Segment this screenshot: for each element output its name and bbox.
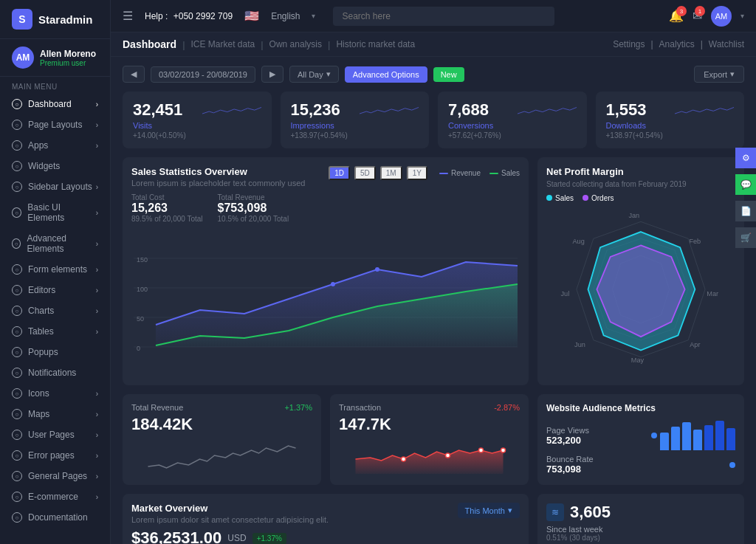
svg-point-25 [479, 448, 484, 452]
panel-chat-button[interactable]: 💬 [735, 174, 756, 195]
subheader-left: Dashboard | ICE Market data | Own analys… [123, 38, 415, 50]
logo-text: Staradmin [38, 13, 92, 26]
settings-link[interactable]: Settings [613, 39, 645, 49]
advanced-options-button[interactable]: Advanced Options [345, 66, 427, 83]
user-avatar-topbar[interactable]: AM [711, 6, 732, 27]
sidebar-item-apps[interactable]: ○ Apps › [0, 135, 110, 156]
stat-card-impressions: 15,236 Impressions +138.97(+0.54%) [281, 92, 430, 148]
sidebar-user: AM Allen Moreno Premium user [0, 39, 110, 77]
svg-text:Feb: Feb [689, 238, 701, 245]
date-next-button[interactable]: ▶ [261, 66, 284, 83]
filterbar: ◀ 03/02/2019 - 20/08/2019 ▶ All Day ▾ Ad… [123, 66, 744, 83]
sidebar-item-icons[interactable]: ○ Icons › [0, 383, 110, 404]
search-container [333, 7, 554, 26]
subheader-link-2[interactable]: Historic market data [336, 39, 415, 49]
topbar: ☰ Help : +050 2992 709 🇺🇸 English ▾ 🔔 3 … [111, 0, 756, 32]
sidebar-item-charts[interactable]: ○ Charts › [0, 300, 110, 321]
sidebar-item-sidebar-layouts[interactable]: ○ Sidebar Layouts › [0, 176, 110, 197]
messages-button[interactable]: ✉ 1 [693, 9, 702, 23]
sidebar-item-general-pages[interactable]: ○ General Pages › [0, 466, 110, 486]
sidebar-item-error-pages[interactable]: ○ Error pages › [0, 445, 110, 466]
panel-file-button[interactable]: 📄 [735, 201, 756, 221]
chart-legend: Revenue Sales [439, 169, 520, 177]
transaction-label: Transaction [339, 403, 381, 412]
svg-point-24 [446, 453, 450, 458]
svg-text:0: 0 [137, 345, 140, 352]
time-filter-1y[interactable]: 1Y [407, 166, 427, 180]
user-name: Allen Moreno [40, 49, 96, 59]
radar-title: Net Profit Margin [546, 166, 735, 177]
audience-bar-chart [660, 421, 735, 450]
sidebar-item-widgets[interactable]: ○ Widgets [0, 156, 110, 176]
svg-text:Mar: Mar [707, 290, 718, 297]
content-area: ◀ 03/02/2019 - 20/08/2019 ▶ All Day ▾ Ad… [111, 57, 756, 544]
export-button[interactable]: Export ▾ [694, 66, 744, 83]
svg-point-8 [331, 282, 335, 286]
all-day-button[interactable]: All Day ▾ [289, 66, 339, 83]
notifications-button[interactable]: 🔔 3 [669, 9, 684, 23]
svg-text:May: May [631, 357, 645, 364]
sidebar-item-editors[interactable]: ○ Editors › [0, 280, 110, 300]
new-button[interactable]: New [433, 67, 464, 82]
time-filter-5d[interactable]: 5D [354, 166, 376, 180]
analytics-link[interactable]: Analytics [659, 39, 695, 49]
market-currency: USD [227, 533, 246, 543]
svg-point-26 [501, 448, 506, 452]
stat-card-conversions: 7,688 Conversions +57.62(+0.76%) [438, 92, 587, 148]
market-card: Market Overview Lorem ipsum dolor sit am… [123, 494, 529, 544]
svg-text:100: 100 [137, 286, 148, 293]
panel-settings-button[interactable]: ⚙ [735, 148, 756, 168]
stat-cards: 32,451 Visits +14.00(+0.50%) 15,236 Impr… [123, 92, 744, 148]
subheader-link-1[interactable]: Own analysis [269, 39, 322, 49]
revenue-change: +1.37% [284, 403, 312, 412]
market-value: $36,2531.00 [131, 528, 221, 544]
radar-chart-card: Net Profit Margin Started collecting dat… [537, 157, 744, 385]
total-revenue-label: Total Revenue [131, 403, 183, 412]
transaction-value: 147.7K [339, 415, 520, 434]
sidebar-item-popups[interactable]: ○ Popups [0, 342, 110, 362]
sidebar-item-user-pages[interactable]: ○ User Pages › [0, 424, 110, 445]
language-selector[interactable]: English [271, 11, 300, 21]
page-title: Dashboard [123, 38, 176, 50]
gauge-icon: ≋ [546, 503, 564, 521]
svg-text:Jun: Jun [574, 341, 585, 348]
hamburger-icon[interactable]: ☰ [123, 9, 133, 23]
sidebar-item-form-elements[interactable]: ○ Form elements › [0, 259, 110, 280]
sales-line-chart: 0 50 100 150 [131, 229, 520, 376]
messages-badge: 1 [695, 6, 705, 16]
subheader-link-0[interactable]: ICE Market data [191, 39, 255, 49]
main-menu-label: Main Menu [0, 77, 110, 94]
search-input[interactable] [333, 7, 554, 26]
time-filter-1m[interactable]: 1M [380, 166, 402, 180]
svg-text:50: 50 [137, 315, 144, 323]
market-row: Market Overview Lorem ipsum dolor sit am… [123, 494, 744, 544]
sidebar-item-e-commerce[interactable]: ○ E-commerce › [0, 486, 110, 507]
sidebar-item-advanced-elements[interactable]: ○ Advanced Elements › [0, 228, 110, 259]
gauge-card: ≋ 3,605 Since last week 0.51% (30 days) … [537, 494, 744, 544]
svg-text:150: 150 [137, 256, 148, 264]
sidebar-item-documentation[interactable]: ○ Documentation [0, 507, 110, 528]
svg-point-23 [402, 457, 406, 461]
gauge-label: Since last week [546, 525, 735, 534]
sidebar-item-basic-ui-elements[interactable]: ○ Basic UI Elements › [0, 197, 110, 228]
sidebar-item-page-layouts[interactable]: ○ Page Layouts › [0, 114, 110, 135]
sidebar-item-tables[interactable]: ○ Tables › [0, 321, 110, 342]
watchlist-link[interactable]: Watchlist [709, 39, 744, 49]
svg-text:Aug: Aug [573, 238, 585, 245]
sales-chart-header: Sales Statistics Overview Lorem ipsum is… [131, 166, 520, 187]
panel-cart-button[interactable]: 🛒 [735, 227, 756, 248]
sidebar-item-dashboard[interactable]: ○ Dashboard › [0, 94, 110, 114]
gauge-sub: 0.51% (30 days) [546, 534, 735, 542]
total-revenue-card: Total Revenue +1.37% 184.42K [123, 394, 321, 485]
date-prev-button[interactable]: ◀ [123, 66, 145, 83]
gauge-number: 3,605 [570, 503, 611, 522]
sales-chart-title: Sales Statistics Overview [131, 166, 305, 177]
user-role: Premium user [40, 59, 96, 67]
time-filter-1d[interactable]: 1D [329, 166, 350, 180]
market-change: +1.37% [252, 533, 286, 544]
svg-point-9 [375, 267, 379, 272]
sidebar-item-notifications[interactable]: ○ Notifications [0, 362, 110, 383]
sidebar-item-maps[interactable]: ○ Maps › [0, 404, 110, 424]
svg-text:Apr: Apr [690, 341, 700, 348]
this-month-button[interactable]: This Month ▾ [458, 503, 520, 518]
